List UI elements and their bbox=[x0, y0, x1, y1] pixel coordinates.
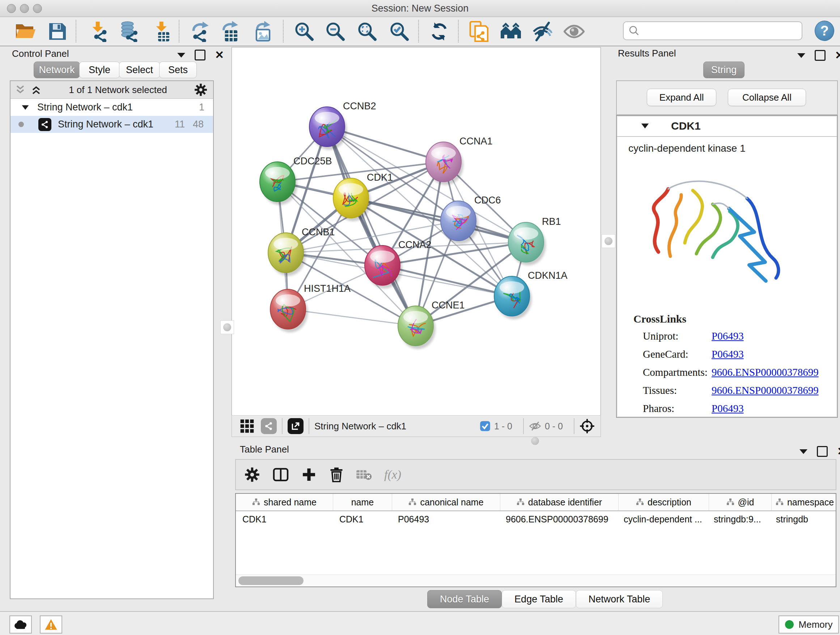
network-edge-CCNB2-CCNE1[interactable] bbox=[327, 127, 416, 326]
network-status-dot bbox=[19, 122, 24, 127]
column-header[interactable]: canonical name bbox=[392, 494, 500, 510]
node-label-CDK1: CDK1 bbox=[367, 172, 393, 183]
export-network-icon[interactable] bbox=[189, 21, 211, 42]
show-all-eye-icon[interactable] bbox=[563, 21, 585, 42]
search-input[interactable] bbox=[643, 25, 802, 36]
tab-string[interactable]: String bbox=[703, 62, 745, 78]
open-folder-icon[interactable] bbox=[15, 21, 36, 42]
collapse-all-button[interactable]: Collapse All bbox=[728, 89, 806, 106]
tab-node-table[interactable]: Node Table bbox=[427, 590, 502, 608]
tissues-link[interactable]: 9606.ENSP00000378699 bbox=[712, 385, 837, 396]
refresh-icon[interactable] bbox=[428, 21, 450, 42]
scrollbar-thumb[interactable] bbox=[238, 576, 303, 585]
network-row[interactable]: String Network – cdk1 11 48 bbox=[11, 116, 213, 133]
network-node-CDKN1A[interactable]: CDKN1A bbox=[494, 270, 568, 319]
panel-menu-icon[interactable] bbox=[797, 53, 805, 58]
panel-float-icon[interactable] bbox=[195, 50, 205, 60]
zoom-in-icon[interactable] bbox=[294, 21, 315, 42]
compartments-link[interactable]: 9606.ENSP00000378699 bbox=[712, 366, 837, 378]
tab-network[interactable]: Network bbox=[34, 62, 80, 78]
toolbar-divider bbox=[179, 20, 180, 42]
column-header[interactable]: database identifier bbox=[500, 494, 619, 510]
panel-close-icon[interactable]: ✕ bbox=[835, 50, 840, 61]
import-network-icon[interactable] bbox=[88, 21, 109, 42]
tab-edge-table[interactable]: Edge Table bbox=[502, 590, 576, 608]
column-header[interactable]: namespace bbox=[772, 494, 838, 510]
column-header[interactable]: @id bbox=[709, 494, 772, 510]
delete-table-icon[interactable] bbox=[356, 469, 372, 481]
pharos-link[interactable]: P06493 bbox=[712, 402, 837, 415]
panel-float-icon[interactable] bbox=[815, 50, 826, 61]
gear-icon[interactable] bbox=[194, 83, 207, 96]
show-columns-icon[interactable] bbox=[273, 467, 289, 482]
search-box[interactable] bbox=[623, 21, 802, 40]
hierarchy-icon bbox=[409, 499, 416, 506]
panel-close-icon[interactable]: ✕ bbox=[837, 446, 840, 457]
memory-button[interactable]: Memory bbox=[778, 616, 839, 633]
help-icon[interactable]: ? bbox=[815, 21, 834, 41]
toolbar-divider bbox=[282, 418, 283, 434]
column-header[interactable]: name bbox=[333, 494, 392, 510]
zoom-fit-icon[interactable] bbox=[356, 21, 378, 42]
horizontal-scrollbar[interactable] bbox=[236, 575, 836, 586]
current-network-name: String Network – cdk1 bbox=[314, 421, 406, 432]
column-header[interactable]: shared name bbox=[236, 494, 333, 510]
protein-header-row[interactable]: CDK1 bbox=[617, 116, 837, 137]
collapse-all-icon[interactable] bbox=[15, 84, 26, 95]
uniprot-link[interactable]: P06493 bbox=[712, 330, 837, 342]
import-table-icon[interactable] bbox=[151, 21, 173, 42]
tree-expander-icon[interactable] bbox=[21, 104, 29, 111]
table-panel: Table Panel ✕ f(x) bbox=[214, 441, 840, 611]
network-node-CCNA1[interactable]: CCNA1 bbox=[426, 136, 493, 185]
copy-network-style-icon[interactable] bbox=[468, 21, 489, 42]
panel-menu-icon[interactable] bbox=[177, 53, 185, 57]
panel-float-icon[interactable] bbox=[817, 446, 828, 457]
network-node-RB1[interactable]: RB1 bbox=[508, 216, 561, 265]
left-splitter-handle[interactable] bbox=[220, 320, 234, 334]
node-label-CDKN1A: CDKN1A bbox=[528, 270, 568, 281]
table-row[interactable]: CDK1 CDK1 P06493 9606.ENSP00000378699 cy… bbox=[236, 511, 836, 527]
first-neighbors-icon[interactable] bbox=[500, 21, 522, 42]
network-node-CCNB2[interactable]: CCNB2 bbox=[309, 101, 376, 150]
birdseye-view-icon[interactable] bbox=[579, 418, 595, 434]
panel-close-icon[interactable]: ✕ bbox=[215, 50, 224, 60]
network-canvas[interactable]: CCNB2CCNA1CDC25BCDK1CDC6RB1CCNB1CCNA2CDK… bbox=[232, 48, 600, 415]
network-node-CDC6[interactable]: CDC6 bbox=[441, 195, 501, 244]
panel-menu-icon[interactable] bbox=[799, 449, 807, 454]
tab-network-table[interactable]: Network Table bbox=[576, 590, 663, 608]
hide-selected-eye-icon[interactable] bbox=[532, 21, 554, 42]
save-session-icon[interactable] bbox=[47, 21, 68, 42]
column-header[interactable]: description bbox=[619, 494, 709, 510]
grid-view-icon[interactable] bbox=[240, 419, 254, 433]
table-panel-title: Table Panel bbox=[240, 444, 289, 455]
string-view-icon[interactable] bbox=[261, 418, 277, 434]
node-label-CDC25B: CDC25B bbox=[294, 156, 332, 166]
tab-style[interactable]: Style bbox=[79, 62, 120, 78]
expand-all-button[interactable]: Expand All bbox=[647, 89, 716, 106]
collection-label: String Network – cdk1 bbox=[37, 102, 133, 113]
network-node-HIST1H1A[interactable]: HIST1H1A bbox=[270, 283, 351, 333]
add-column-icon[interactable] bbox=[302, 467, 316, 482]
export-table-icon[interactable] bbox=[220, 21, 242, 42]
apply-function-icon: f(x) bbox=[384, 468, 401, 481]
network-view[interactable]: CCNB2CCNA1CDC25BCDK1CDC6RB1CCNB1CCNA2CDK… bbox=[232, 47, 601, 416]
tab-sets[interactable]: Sets bbox=[159, 62, 197, 78]
warning-button[interactable] bbox=[40, 616, 62, 633]
import-database-icon[interactable] bbox=[118, 21, 140, 42]
table-settings-gear-icon[interactable] bbox=[245, 467, 260, 482]
cloud-button[interactable] bbox=[9, 616, 32, 633]
zoom-selected-icon[interactable] bbox=[388, 21, 410, 42]
tab-select[interactable]: Select bbox=[119, 62, 160, 78]
collapse-section-icon[interactable] bbox=[641, 123, 649, 129]
protein-structure-image bbox=[638, 165, 790, 299]
delete-column-icon[interactable] bbox=[329, 467, 344, 482]
export-image-icon[interactable] bbox=[252, 21, 274, 42]
network-node-CDC25B[interactable]: CDC25B bbox=[260, 156, 332, 205]
selected-counts: 1 - 0 bbox=[494, 421, 512, 432]
zoom-out-icon[interactable] bbox=[325, 21, 346, 42]
genecard-link[interactable]: P06493 bbox=[712, 348, 837, 360]
network-label: String Network – cdk1 bbox=[58, 119, 153, 130]
network-collection-row[interactable]: String Network – cdk1 1 bbox=[11, 99, 213, 116]
expand-all-icon[interactable] bbox=[31, 84, 42, 95]
detach-view-icon[interactable] bbox=[287, 418, 303, 434]
